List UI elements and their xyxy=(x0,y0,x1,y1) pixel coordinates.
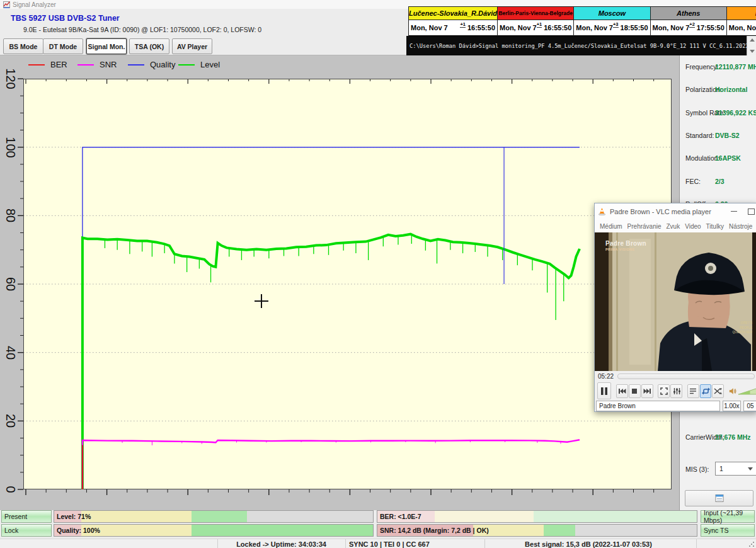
status-section xyxy=(0,539,218,548)
app-icon xyxy=(3,1,10,8)
window-list-icon xyxy=(715,494,724,502)
stop-icon xyxy=(631,388,638,394)
scroll-up-icon[interactable] xyxy=(750,38,755,42)
meter-label: Quality: 100% xyxy=(57,525,100,536)
volume-slider[interactable] xyxy=(738,386,756,396)
clock-column: Lučenec-Slovakia_R.DávidMon, Nov 7+116:5… xyxy=(409,7,498,36)
shuffle-button[interactable] xyxy=(712,384,724,398)
loop-button[interactable] xyxy=(700,384,712,398)
lock-indicator: Lock xyxy=(1,524,52,537)
clock-city: Moscow xyxy=(574,7,650,20)
legend-item-ber: BER xyxy=(28,60,67,69)
legend-label: BER xyxy=(50,60,67,69)
param-value: 2/3 xyxy=(715,178,724,185)
loop-icon xyxy=(702,387,710,395)
legend-label: SNR xyxy=(100,60,117,69)
signal-analyzer-app: Signal Analyzer TBS 5927 USB DVB-S2 Tune… xyxy=(0,0,756,548)
tab-av-player[interactable]: AV Player xyxy=(172,38,212,54)
vlc-menu-zvuk[interactable]: Zvuk xyxy=(667,223,680,230)
world-clocks-widget: Lučenec-Slovakia_R.DávidMon, Nov 7+116:5… xyxy=(408,6,756,37)
tuner-name: TBS 5927 USB DVB-S2 Tuner xyxy=(11,14,120,23)
vlc-time-row: 05:22 xyxy=(595,371,756,381)
previous-icon xyxy=(618,388,626,394)
video-overlay-subtitle: PRIMA VISIONE xyxy=(605,248,635,251)
fullscreen-icon xyxy=(660,387,668,395)
signal-plot xyxy=(23,79,672,489)
meter-segment xyxy=(192,511,248,522)
quality-meter: Quality: 100% xyxy=(54,524,374,537)
volume-icon[interactable] xyxy=(729,387,736,396)
meter-label: Level: 71% xyxy=(57,511,91,522)
param-value: 37,676 MHz xyxy=(715,433,751,441)
meter-segment xyxy=(575,525,697,536)
param-value: DVB-S2 xyxy=(715,132,740,139)
legend-swatch xyxy=(77,64,94,66)
maximize-icon[interactable] xyxy=(748,208,755,215)
console-window[interactable]: C:\Users\Roman Dávid>Signal monitoring_P… xyxy=(406,36,747,55)
legend-label: Quality xyxy=(150,60,175,69)
y-axis-tick-label: 60 xyxy=(1,275,20,294)
tuner-subtitle: 9.0E - Eutelsat 9B/Ka-Sat 9A (ID: 0090) … xyxy=(23,26,261,33)
vlc-seekbar[interactable] xyxy=(617,374,755,379)
legend-swatch xyxy=(178,64,195,66)
meter-label: SNR: 14,2 dB (Margin: 7,2 dB | OK) xyxy=(380,525,489,536)
param-value: 12110,877 MHz xyxy=(715,63,756,71)
legend-swatch xyxy=(128,64,144,66)
equalizer-button[interactable] xyxy=(670,384,682,398)
console-scrollbar[interactable] xyxy=(747,36,756,55)
clock-column: Berlin-Paris-Vienna-BelgradeMon, Nov 7+1… xyxy=(498,7,574,36)
clock-city: Athens xyxy=(651,7,726,20)
vlc-menu-video[interactable]: Video xyxy=(685,223,701,230)
vlc-menubar: MédiumPrehrávanieZvukVideoTitulkyNástroj… xyxy=(595,220,756,232)
vlc-video-area[interactable]: Padre Brown PRIMA VISIONE GREY'S PEOPLE … xyxy=(595,232,756,371)
video-overlay-title: Padre Brown xyxy=(605,240,646,247)
previous-button[interactable] xyxy=(616,384,628,398)
next-button[interactable] xyxy=(641,384,653,398)
tab-dt-mode[interactable]: DT Mode xyxy=(43,38,83,54)
vlc-menu-prehr-vanie[interactable]: Prehrávanie xyxy=(627,223,662,230)
media-title-field[interactable]: Padre Brown xyxy=(596,401,720,411)
legend-item-quality: Quality xyxy=(128,60,175,69)
uptime-status: Locked -> Uptime: 34:03:34 xyxy=(217,539,346,548)
clock-city: Dubai xyxy=(727,7,756,20)
console-text: C:\Users\Roman Dávid>Signal monitoring_P… xyxy=(406,43,752,49)
clock-time-row: Mon, Nov 7+419:55:50 xyxy=(727,20,756,35)
next-icon xyxy=(643,388,651,394)
mis-label: MIS (3): xyxy=(685,465,709,473)
clock-city: Lučenec-Slovakia_R.Dávid xyxy=(409,7,497,20)
meter-segment xyxy=(534,511,697,522)
resize-grip[interactable] xyxy=(748,541,755,547)
clock-time-row: Mon, Nov 7+217:55:50 xyxy=(651,20,726,35)
meter-segment xyxy=(81,511,192,522)
playlist-icon xyxy=(689,387,697,395)
vlc-menu-titulky[interactable]: Titulky xyxy=(706,223,724,230)
clock-column: AthensMon, Nov 7+217:55:50 xyxy=(651,7,727,36)
sync-ts-indicator: Sync TS xyxy=(701,524,755,537)
status-bar: Locked -> Uptime: 34:03:34 SYNC 10 | TEI… xyxy=(0,539,756,548)
scroll-down-icon[interactable] xyxy=(750,50,755,53)
panel-button[interactable] xyxy=(685,490,753,506)
y-axis-tick-label: 100 xyxy=(1,138,20,157)
meter-segment xyxy=(435,511,534,522)
playlist-button[interactable] xyxy=(687,384,699,398)
clock-time-row: Mon, Nov 7+318:55:50 xyxy=(574,20,650,35)
minimize-icon[interactable] xyxy=(731,211,737,212)
param-value: Horizontal xyxy=(715,86,747,93)
y-axis-tick-label: 40 xyxy=(1,343,20,362)
clock-time-row: Mon, Nov 7+116:55:50 xyxy=(498,20,573,35)
stop-button[interactable] xyxy=(629,384,641,398)
fullscreen-button[interactable] xyxy=(658,384,670,398)
ber-meter: BER: <1.0E-7 xyxy=(377,510,697,523)
video-frame xyxy=(595,232,756,371)
clock-column: MoscowMon, Nov 7+318:55:50 xyxy=(574,7,650,36)
tab-tsa-ok-[interactable]: TSA (OK) xyxy=(129,38,169,54)
param-label: FEC: xyxy=(685,178,701,185)
total-time-clipped: 05 xyxy=(743,401,756,411)
tab-bs-mode[interactable]: BS Mode xyxy=(3,38,43,54)
playback-speed[interactable]: 1.00x xyxy=(723,401,741,411)
vlc-menu-n-stroje[interactable]: Nástroje xyxy=(729,223,752,230)
vlc-menu-m-dium[interactable]: Médium xyxy=(600,223,622,230)
tab-signal-mon-[interactable]: Signal Mon. xyxy=(86,38,127,54)
mis-dropdown[interactable]: 1 xyxy=(715,462,756,476)
pause-button[interactable] xyxy=(597,382,611,399)
